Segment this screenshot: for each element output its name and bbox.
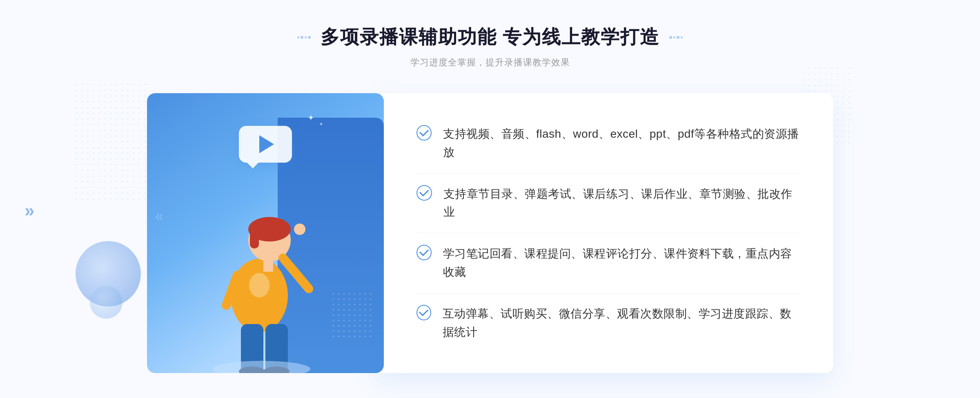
dec-dot-1: [297, 36, 299, 38]
chevron-left-decoration: »: [24, 200, 34, 221]
feature-item-1: 支持视频、音频、flash、word、excel、ppt、pdf等各种格式的资源…: [416, 114, 800, 174]
feature-item-3: 学习笔记回看、课程提问、课程评论打分、课件资料下载，重点内容收藏: [416, 233, 800, 293]
play-bubble-bg: [239, 126, 292, 163]
check-icon-4: [416, 305, 431, 320]
circle-decoration-small: [90, 286, 122, 319]
dec-dot-6: [673, 36, 675, 38]
check-icon-2: [416, 185, 432, 201]
svg-point-13: [212, 361, 310, 373]
page-header: 多项录播课辅助功能 专为线上教学打造 学习进度全掌握，提升录播课教学效果: [297, 25, 683, 69]
page-subtitle: 学习进度全掌握，提升录播课教学效果: [410, 56, 570, 69]
feature-text-2: 支持章节目录、弹题考试、课后练习、课后作业、章节测验、批改作业: [443, 185, 800, 222]
person-svg: [180, 161, 351, 373]
main-content: « ✦ ✦: [147, 93, 833, 373]
decorator-right: [669, 36, 683, 39]
check-icon-3: [416, 245, 432, 260]
illustration-card: « ✦ ✦: [147, 93, 384, 373]
svg-point-12: [249, 273, 270, 297]
svg-point-6: [294, 224, 305, 235]
card-dots-bottom: [331, 291, 372, 340]
feature-text-4: 互动弹幕、试听购买、微信分享、观看次数限制、学习进度跟踪、数据统计: [443, 305, 800, 342]
page-container: » 多项录播课辅助功能 专为线上教学打造 学习进度全掌握，提升录播课教学效果: [0, 0, 980, 398]
page-title: 多项录播课辅助功能 专为线上教学打造: [321, 25, 660, 50]
features-card: 支持视频、音频、flash、word、excel、ppt、pdf等各种格式的资源…: [376, 93, 833, 373]
feature-text-3: 学习笔记回看、课程提问、课程评论打分、课件资料下载，重点内容收藏: [443, 245, 800, 282]
dec-dot-7: [677, 36, 679, 39]
decorator-left: [297, 36, 311, 39]
feature-item-4: 互动弹幕、试听购买、微信分享、观看次数限制、学习进度跟踪、数据统计: [416, 293, 800, 353]
deco-lines: «: [155, 208, 159, 225]
svg-rect-3: [250, 226, 259, 248]
chevrons-icon: «: [155, 208, 159, 225]
check-icon-1: [416, 125, 432, 141]
person-illustration: [180, 161, 351, 373]
feature-item-2: 支持章节目录、弹题考试、课后练习、课后作业、章节测验、批改作业: [416, 174, 800, 234]
dec-dot-8: [681, 36, 683, 38]
dots-decoration-left: [74, 82, 147, 204]
dec-dot-3: [305, 36, 307, 38]
svg-rect-4: [263, 259, 273, 272]
sparkle-icon-1: ✦: [307, 113, 314, 123]
dec-dot-4: [308, 36, 311, 39]
play-triangle-icon: [259, 135, 274, 153]
title-row: 多项录播课辅助功能 专为线上教学打造: [297, 25, 683, 50]
sparkle-icon-2: ✦: [319, 121, 323, 127]
dec-dot-2: [301, 36, 303, 39]
feature-text-1: 支持视频、音频、flash、word、excel、ppt、pdf等各种格式的资源…: [443, 125, 800, 162]
dec-dot-5: [669, 36, 672, 39]
